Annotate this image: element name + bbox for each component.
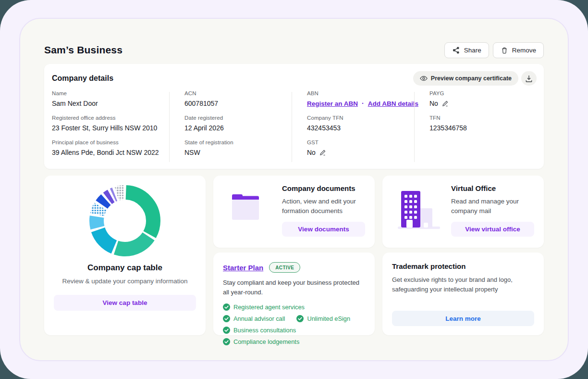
field-name: Name Sam Next Door: [52, 90, 177, 107]
field-value: 39 Allens Pde, Bondi Jct NSW 2022: [52, 149, 177, 156]
share-icon: [452, 46, 460, 54]
edit-payg-button[interactable]: [442, 100, 449, 107]
eye-icon: [420, 76, 428, 81]
field-value: No: [307, 149, 316, 156]
field-value: NSW: [184, 149, 299, 156]
check-circle-icon: [223, 327, 230, 334]
field-value: 23 Foster St, Surry Hills NSW 2010: [52, 124, 177, 132]
field-value: 1235346758: [429, 124, 537, 132]
pencil-icon: [319, 149, 326, 156]
plan-feature-label: Compliance lodgements: [233, 338, 299, 345]
cap-table-subtitle: Review & update your company information: [44, 278, 206, 285]
share-button[interactable]: Share: [444, 42, 489, 58]
register-abn-link[interactable]: Register an ABN: [307, 100, 358, 107]
plan-feature-item: Annual advisor call: [223, 315, 285, 322]
learn-more-button[interactable]: Learn more: [392, 311, 534, 326]
field-tfn: TFN 1235346758: [429, 115, 537, 132]
virtual-office-title: Virtual Office: [451, 184, 534, 192]
field-value: 12 April 2026: [184, 124, 299, 132]
plan-feature-label: Unlimited eSign: [307, 315, 350, 322]
field-abn: ABN Register an ABN · Add ABN details: [307, 90, 422, 107]
page-title: Sam’s Business: [44, 44, 122, 56]
field-label: PAYG: [429, 90, 537, 96]
view-cap-table-button[interactable]: View cap table: [54, 295, 196, 311]
field-state-of-registration: State of registration NSW: [184, 139, 299, 156]
field-value: Sam Next Door: [52, 100, 177, 107]
field-label: Registered office address: [52, 115, 177, 121]
plan-description: Stay compliant and keep your business pr…: [223, 278, 365, 297]
share-label: Share: [464, 47, 481, 54]
pencil-icon: [442, 100, 449, 107]
field-date-registered: Date registered 12 April 2026: [184, 115, 299, 132]
view-documents-button[interactable]: View documents: [282, 222, 365, 237]
check-circle-icon: [223, 315, 230, 322]
field-payg: PAYG No: [429, 90, 537, 107]
trademark-card: Trademark protection Get exclusive right…: [382, 253, 544, 335]
documents-description: Action, view and edit your formation doc…: [282, 197, 365, 216]
column-divider: [414, 92, 415, 162]
cap-table-card: Company cap table Review & update your c…: [44, 176, 206, 335]
starter-plan-card: Starter Plan ACTIVE Stay compliant and k…: [213, 253, 375, 335]
remove-button[interactable]: Remove: [493, 42, 544, 58]
company-details-card: Company details Preview company certific…: [44, 64, 544, 169]
field-value: No: [429, 100, 438, 107]
company-documents-card: Company documents Action, view and edit …: [213, 176, 375, 248]
download-certificate-button[interactable]: [521, 71, 537, 86]
download-icon: [526, 75, 532, 82]
field-registered-office: Registered office address 23 Foster St, …: [52, 115, 177, 132]
starter-plan-link[interactable]: Starter Plan: [223, 264, 263, 272]
abn-link-separator: ·: [362, 100, 364, 107]
plan-feature-item: Unlimited eSign: [296, 315, 350, 322]
plan-feature-item: Business consultations: [223, 327, 296, 334]
check-circle-icon: [223, 338, 230, 345]
plan-feature-list: Registered agent services Annual advisor…: [223, 303, 365, 345]
trademark-title: Trademark protection: [392, 262, 534, 270]
trash-icon: [501, 47, 508, 54]
field-label: ACN: [184, 90, 299, 96]
documents-title: Company documents: [282, 184, 365, 192]
field-label: Company TFN: [307, 115, 422, 121]
field-principal-place: Principal place of business 39 Allens Pd…: [52, 139, 177, 156]
plan-feature-label: Registered agent services: [233, 303, 305, 311]
preview-certificate-label: Preview company certificate: [431, 75, 512, 82]
field-label: ABN: [307, 90, 422, 96]
plan-feature-label: Annual advisor call: [233, 315, 285, 322]
check-circle-icon: [223, 303, 230, 311]
column-divider: [169, 92, 170, 162]
folder-icon: [229, 191, 262, 224]
field-label: State of registration: [184, 139, 299, 145]
check-circle-icon: [296, 315, 304, 322]
virtual-office-card: Virtual Office Read and manage your comp…: [382, 176, 544, 248]
field-label: GST: [307, 139, 422, 145]
field-gst: GST No: [307, 139, 422, 156]
edit-gst-button[interactable]: [319, 149, 326, 156]
field-acn: ACN 600781057: [184, 90, 299, 107]
add-abn-details-link[interactable]: Add ABN details: [368, 100, 418, 107]
building-icon: [397, 190, 442, 232]
trademark-description: Get exclusive rights to your brand and l…: [392, 275, 531, 294]
field-label: TFN: [429, 115, 537, 121]
plan-feature-item: Compliance lodgements: [223, 338, 299, 345]
cap-table-title: Company cap table: [44, 263, 206, 273]
field-label: Principal place of business: [52, 139, 177, 145]
company-details-grid: Name Sam Next Door Registered office add…: [52, 90, 537, 156]
company-details-title: Company details: [52, 74, 113, 83]
remove-label: Remove: [512, 47, 536, 54]
plan-feature-label: Business consultations: [233, 327, 296, 334]
cap-table-donut-chart: [86, 182, 163, 261]
field-value: 600781057: [184, 100, 299, 107]
field-company-tfn: Company TFN 432453453: [307, 115, 422, 132]
view-virtual-office-button[interactable]: View virtual office: [451, 222, 534, 237]
field-label: Date registered: [184, 115, 299, 121]
column-divider: [292, 92, 292, 162]
field-value: 432453453: [307, 124, 422, 132]
header-actions: Share Remove: [444, 42, 544, 58]
preview-certificate-button[interactable]: Preview company certificate: [413, 71, 518, 86]
plan-feature-item: Registered agent services: [223, 303, 305, 311]
plan-status-badge: ACTIVE: [269, 262, 300, 273]
virtual-office-description: Read and manage your company mail: [451, 197, 534, 216]
field-label: Name: [52, 90, 177, 96]
